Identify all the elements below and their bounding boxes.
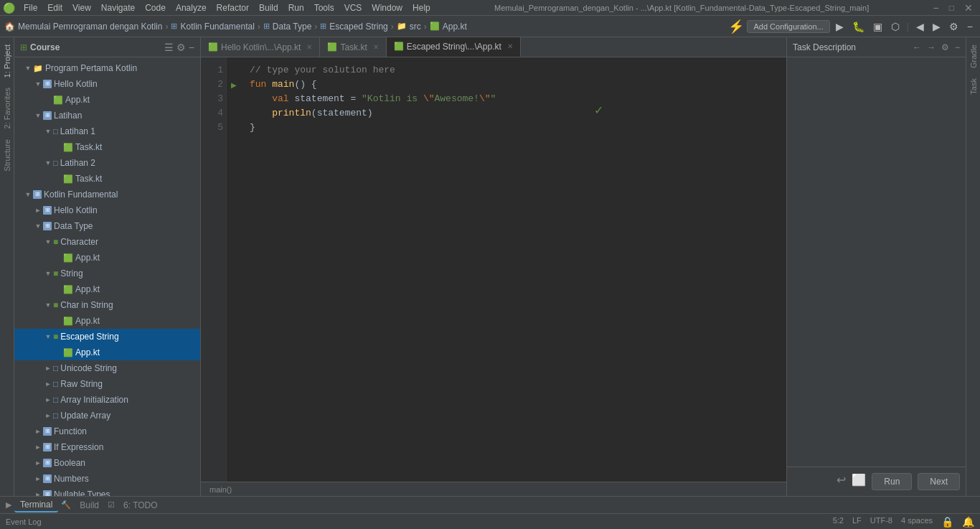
- tree-item-numbers[interactable]: ► ⊞ Numbers: [14, 471, 200, 487]
- right-panel-footer: ↩ ⬜ Run Next: [787, 467, 966, 496]
- tree-item-string-app[interactable]: 🟩 App.kt: [14, 281, 200, 297]
- bottom-tab-build[interactable]: Build: [74, 499, 105, 512]
- tree-item-update-array[interactable]: ► □ Update Array: [14, 408, 200, 423]
- tree-item-unicode-string[interactable]: ► □ Unicode String: [14, 360, 200, 376]
- menu-help[interactable]: Help: [408, 1, 435, 14]
- tree-item-data-type[interactable]: ▼ ⊞ Data Type: [14, 218, 200, 234]
- tree-label: Latihan 2: [60, 158, 95, 168]
- profile-button[interactable]: ⬡: [888, 19, 903, 34]
- tab-close-icon[interactable]: ✕: [306, 43, 312, 51]
- redo-icon[interactable]: ⬜: [852, 473, 866, 490]
- close-icon[interactable]: ✕: [960, 2, 977, 14]
- tree-item-latihan-1[interactable]: ▼ □ Latihan 1: [14, 123, 200, 139]
- breadcrumb-folder1[interactable]: Data Type: [273, 22, 311, 32]
- tree-arrow: ▼: [43, 333, 53, 340]
- menu-window[interactable]: Window: [367, 1, 407, 14]
- side-tab-task[interactable]: Task: [968, 74, 979, 99]
- breadcrumb-folder2[interactable]: Escaped String: [329, 22, 387, 32]
- menu-code[interactable]: Code: [141, 1, 170, 14]
- breadcrumb-navigate-icon[interactable]: ⚡: [728, 19, 744, 34]
- tree-label: Data Type: [54, 221, 93, 231]
- add-configuration-button[interactable]: Add Configuration...: [747, 20, 829, 33]
- breadcrumb-folder3[interactable]: src: [410, 22, 421, 32]
- tree-item-boolean[interactable]: ► ⊞ Boolean: [14, 455, 200, 471]
- minimize-icon[interactable]: −: [929, 2, 943, 14]
- undo-icon[interactable]: ↩: [837, 473, 846, 490]
- run-gutter-icon[interactable]: ▶: [231, 81, 237, 89]
- menu-tools[interactable]: Tools: [310, 1, 339, 14]
- line-numbers: 1 2 3 4 5: [201, 57, 227, 482]
- panel-layout-icon[interactable]: ☰: [164, 42, 174, 53]
- menu-run[interactable]: Run: [284, 1, 308, 14]
- side-tab-favorites[interactable]: 2: Favorites: [1, 83, 13, 133]
- tree-item-char-in-string-app[interactable]: 🟩 App.kt: [14, 313, 200, 329]
- coverage-button[interactable]: ▣: [870, 19, 885, 34]
- tree-item-task-kt-1[interactable]: 🟩 Task.kt: [14, 139, 200, 155]
- menu-navigate[interactable]: Navigate: [97, 1, 139, 14]
- toolbar-minus-icon[interactable]: −: [964, 19, 976, 34]
- settings-icon[interactable]: ⚙: [946, 19, 961, 34]
- tab-close-icon[interactable]: ✕: [373, 43, 379, 51]
- run-button[interactable]: ▶: [833, 19, 847, 34]
- tree-item-app-kt-1[interactable]: 🟩 App.kt: [14, 92, 200, 108]
- tree-item-if-expression[interactable]: ► ⊞ If Expression: [14, 439, 200, 455]
- tree-item-kotlin-fundamental[interactable]: ▼ ⊞ Kotlin Fundamental: [14, 187, 200, 202]
- code-area[interactable]: // type your solution here fun main() { …: [241, 57, 786, 482]
- tab-close-icon[interactable]: ✕: [507, 42, 513, 50]
- tree-item-array-initialization[interactable]: ► □ Array Initialization: [14, 392, 200, 408]
- breadcrumb-project[interactable]: Memulai Pemrograman dengan Kotlin: [18, 22, 162, 32]
- menu-file[interactable]: File: [19, 1, 42, 14]
- side-tab-structure[interactable]: Structure: [1, 135, 13, 176]
- tab-escaped-string-app[interactable]: 🟩 Escaped String\...\App.kt ✕: [387, 37, 521, 57]
- right-panel-nav-prev-icon[interactable]: ←: [913, 42, 921, 52]
- tree-item-hello-kotlin-1[interactable]: ▼ ⊞ Hello Kotlin: [14, 76, 200, 92]
- tree-item-char-in-string[interactable]: ▼ ■ Char in String: [14, 297, 200, 313]
- right-panel-settings-icon[interactable]: ⚙: [941, 42, 949, 52]
- menu-view[interactable]: View: [68, 1, 95, 14]
- tree-item-hello-kotlin-2[interactable]: ► ⊞ Hello Kotlin: [14, 202, 200, 218]
- side-tab-gradle[interactable]: Gradle: [968, 40, 979, 72]
- tree-item-escaped-string-app[interactable]: 🟩 App.kt: [14, 345, 200, 360]
- gutter-item-2[interactable]: ▶: [227, 78, 241, 92]
- task-next-icon[interactable]: ▶: [930, 19, 943, 34]
- tree-arrow: ►: [33, 207, 43, 214]
- event-log-label[interactable]: Event Log: [6, 518, 42, 526]
- tree-item-latihan-2[interactable]: ▼ □ Latihan 2: [14, 155, 200, 171]
- tree-item-function[interactable]: ► ⊞ Function: [14, 423, 200, 439]
- folder-icon: ■: [53, 332, 58, 342]
- tree-item-nullable-types[interactable]: ► ⊞ Nullable Types: [14, 487, 200, 496]
- right-panel-nav-next-icon[interactable]: →: [927, 42, 936, 52]
- menu-vcs[interactable]: VCS: [340, 1, 367, 14]
- menu-analyze[interactable]: Analyze: [171, 1, 211, 14]
- tree-item-character[interactable]: ▼ ■ Character: [14, 234, 200, 250]
- task-prev-icon[interactable]: ◀: [913, 19, 927, 34]
- editor-content[interactable]: 1 2 3 4 5 ▶ // type you: [201, 57, 786, 482]
- tab-task-kt[interactable]: 🟩 Task.kt ✕: [320, 37, 386, 57]
- maximize-icon[interactable]: □: [945, 3, 958, 13]
- side-tab-project[interactable]: 1: Project: [1, 40, 13, 82]
- panel-settings-icon[interactable]: ⚙: [176, 42, 186, 53]
- next-button[interactable]: Next: [918, 473, 960, 490]
- tree-item-raw-string[interactable]: ► □ Raw String: [14, 376, 200, 392]
- tree-item-escaped-string[interactable]: ▼ ■ Escaped String: [14, 329, 200, 345]
- breadcrumb-file[interactable]: App.kt: [443, 22, 467, 32]
- menu-edit[interactable]: Edit: [43, 1, 67, 14]
- bottom-tab-todo[interactable]: 6: TODO: [118, 499, 164, 512]
- tree-item-string[interactable]: ▼ ■ String: [14, 266, 200, 281]
- panel-close-icon[interactable]: −: [189, 42, 194, 53]
- run-button[interactable]: Run: [872, 473, 912, 490]
- debug-button[interactable]: 🐛: [849, 19, 867, 34]
- tree-arrow: ▼: [33, 80, 43, 88]
- tree-item-task-kt-2[interactable]: 🟩 Task.kt: [14, 171, 200, 187]
- menu-refactor[interactable]: Refactor: [212, 1, 253, 14]
- tab-hello-kotlin-app[interactable]: 🟩 Hello Kotlin\...\App.kt ✕: [201, 37, 320, 57]
- bottom-tab-terminal[interactable]: Terminal: [14, 498, 58, 512]
- breadcrumb-module[interactable]: Kotlin Fundamental: [180, 22, 254, 32]
- right-panel-close-icon[interactable]: −: [955, 42, 960, 52]
- tree-arrow: ►: [33, 491, 43, 496]
- tree-item-latihan[interactable]: ▼ ⊞ Latihan: [14, 108, 200, 123]
- tree-item-program-pertama[interactable]: ▼ 📁 Program Pertama Kotlin: [14, 60, 200, 76]
- tree-item-character-app[interactable]: 🟩 App.kt: [14, 250, 200, 266]
- position-indicator: 5:2: [833, 516, 844, 528]
- menu-build[interactable]: Build: [255, 1, 283, 14]
